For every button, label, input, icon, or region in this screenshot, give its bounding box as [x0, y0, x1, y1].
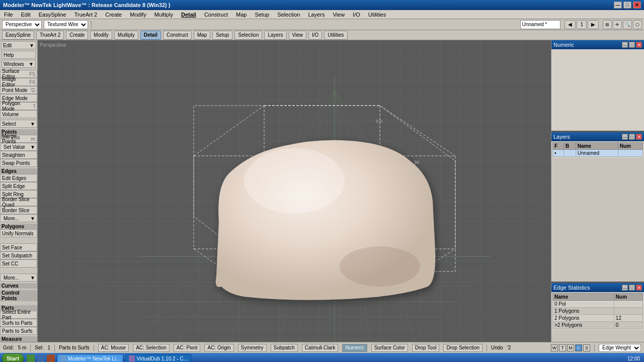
numeric-max-btn[interactable]: □ [629, 42, 635, 48]
vp-icon3[interactable]: 🔍 [623, 20, 632, 29]
control-points-header[interactable]: Control Points [0, 290, 37, 301]
split-edge-btn[interactable]: Split Edge [0, 182, 37, 190]
polygon-mode-btn[interactable]: Polygon Mode'I [0, 102, 37, 110]
tab-io[interactable]: I/O [308, 31, 322, 40]
curves-header[interactable]: Curves [0, 283, 37, 289]
w-mode-btn[interactable]: W [551, 344, 558, 351]
vp-icon2[interactable]: ✛ [613, 20, 622, 29]
drop-selection-btn[interactable]: Drop Selection [443, 344, 482, 352]
tab-easyspline[interactable]: EasySpline [2, 31, 34, 40]
tab-modify[interactable]: Modify [90, 31, 112, 40]
menu-view[interactable]: View [331, 12, 347, 18]
taskbar-virtualdub[interactable]: VirtualDub 1.10.2 - C... [125, 354, 191, 362]
maximize-btn[interactable]: □ [623, 2, 631, 9]
border-slice-quad-btn[interactable]: Border Slice Quad [0, 198, 37, 206]
catmull-clark-btn[interactable]: Catmull-Clark [302, 344, 339, 352]
minimize-btn[interactable]: — [614, 2, 622, 9]
subpatch-btn[interactable]: Subpatch [271, 344, 298, 352]
ac-origin-btn[interactable]: AC: Origin [204, 344, 233, 352]
more-polygons-btn[interactable]: More...▼ [0, 274, 37, 282]
taskbar-icon-3[interactable] [47, 354, 55, 362]
menu-trueart[interactable]: TrueArt 2 [72, 12, 99, 18]
set-subpatch-btn[interactable]: Set Subpatch [0, 251, 37, 259]
tab-trueart[interactable]: TrueArt 2 [36, 31, 64, 40]
tab-selection[interactable]: Selection [234, 31, 262, 40]
start-button[interactable]: Start [2, 353, 24, 362]
ac-selection-btn[interactable]: AC: Selection [133, 344, 170, 352]
tab-utilities[interactable]: Utilities [324, 31, 347, 40]
prev-layer-btn[interactable]: ◀ [565, 20, 576, 29]
image-editor-btn[interactable]: Image EditorF6 [0, 78, 37, 86]
set-cc-btn[interactable]: Set CC [0, 259, 37, 267]
menu-file[interactable]: File [2, 12, 15, 18]
edge-stats-close-btn[interactable]: ✕ [636, 285, 642, 291]
tab-layers[interactable]: Layers [264, 31, 286, 40]
menu-layers[interactable]: Layers [306, 12, 327, 18]
layer-row-unnamed[interactable]: • Unnamed [553, 150, 643, 157]
menu-setup[interactable]: Setup [253, 12, 271, 18]
tab-create[interactable]: Create [66, 31, 88, 40]
m-mode-btn[interactable]: M [567, 344, 574, 351]
surfs-to-parts-btn[interactable]: Surfs to Parts [0, 319, 37, 327]
menu-multiply[interactable]: Multiply [152, 12, 175, 18]
menu-selection[interactable]: Selection [275, 12, 302, 18]
menu-edit[interactable]: Edit [19, 12, 33, 18]
layers-min-btn[interactable]: — [622, 134, 628, 140]
num-btn[interactable]: 1 [577, 20, 587, 29]
menu-map[interactable]: Map [234, 12, 249, 18]
polygons-header[interactable]: Polygons [0, 224, 37, 229]
unify-normals-btn[interactable]: Unify Normals [0, 229, 37, 237]
t-mode-btn[interactable]: T [559, 344, 566, 351]
tab-setup[interactable]: Setup [212, 31, 232, 40]
render-mode-select[interactable]: Textured Wire Wireframe Solid Textured [44, 20, 88, 29]
ac-mouse-btn[interactable]: AC: Mouse [98, 344, 129, 352]
taskbar-icon-1[interactable] [27, 354, 35, 362]
numeric-close-btn[interactable]: ✕ [636, 42, 642, 48]
numeric-btn[interactable]: Numeric [342, 344, 367, 352]
menu-easyspline[interactable]: EasySpline [37, 12, 68, 18]
more-edges-btn[interactable]: More...▼ [0, 214, 37, 222]
edit-edges-btn[interactable]: Edit Edges [0, 174, 37, 182]
vp-icon4[interactable]: ⬡ [633, 20, 642, 29]
layers-max-btn[interactable]: □ [629, 134, 635, 140]
symmetry-btn[interactable]: Symmetry [238, 344, 267, 352]
edit-dropdown[interactable]: Edit ▼ [1, 41, 36, 49]
set-face-btn[interactable]: Set Face [0, 243, 37, 251]
s-mode-btn[interactable]: S [583, 344, 590, 351]
next-layer-btn[interactable]: ▶ [588, 20, 599, 29]
set-value-dropdown[interactable]: Set Value▼ [0, 143, 37, 151]
numeric-min-btn[interactable]: — [622, 42, 628, 48]
straighten-btn[interactable]: Straighten [0, 151, 37, 159]
menu-create[interactable]: Create [103, 12, 124, 18]
edges-header[interactable]: Edges [0, 168, 37, 174]
tab-construct[interactable]: Construct [163, 31, 192, 40]
menu-io[interactable]: I/O [351, 12, 362, 18]
menu-detail[interactable]: Detail [179, 12, 198, 18]
menu-modify[interactable]: Modify [128, 12, 148, 18]
menu-construct[interactable]: Construct [202, 12, 230, 18]
edge-stats-min-btn[interactable]: — [622, 285, 628, 291]
taskbar-modeler[interactable]: Modeler™ NewTek Li... [57, 354, 123, 362]
c-mode-btn[interactable]: C [575, 344, 582, 351]
parts-to-surfs-btn[interactable]: Parts to Surfs [0, 327, 37, 335]
menu-utilities[interactable]: Utilities [366, 12, 388, 18]
view-mode-select[interactable]: Perspective Top Front Side [2, 20, 42, 29]
ac-pivot-btn[interactable]: AC: Pivot [174, 344, 201, 352]
edge-weight-select[interactable]: Edge Weight [599, 344, 641, 352]
point-mode-btn[interactable]: Point Mode'G [0, 86, 37, 94]
scene-name-input[interactable] [520, 20, 560, 29]
swap-points-btn[interactable]: Swap Points [0, 159, 37, 167]
measure-header[interactable]: Measure [0, 336, 37, 342]
tab-map[interactable]: Map [194, 31, 210, 40]
tab-multiply[interactable]: Multiply [114, 31, 138, 40]
vp-icon1[interactable]: ⊞ [603, 20, 612, 29]
taskbar-icon-2[interactable] [37, 354, 45, 362]
select-dropdown[interactable]: Select ▼ [0, 120, 37, 128]
tab-detail[interactable]: Detail [140, 31, 161, 40]
tab-view[interactable]: View [289, 31, 307, 40]
select-entire-part-btn[interactable]: Select Entire Part [0, 311, 37, 319]
drop-tool-btn[interactable]: Drop Tool [412, 344, 440, 352]
surface-color-btn[interactable]: Surface Color [371, 344, 408, 352]
viewport[interactable]: Perspective [38, 40, 551, 342]
layers-close-btn[interactable]: ✕ [636, 134, 642, 140]
